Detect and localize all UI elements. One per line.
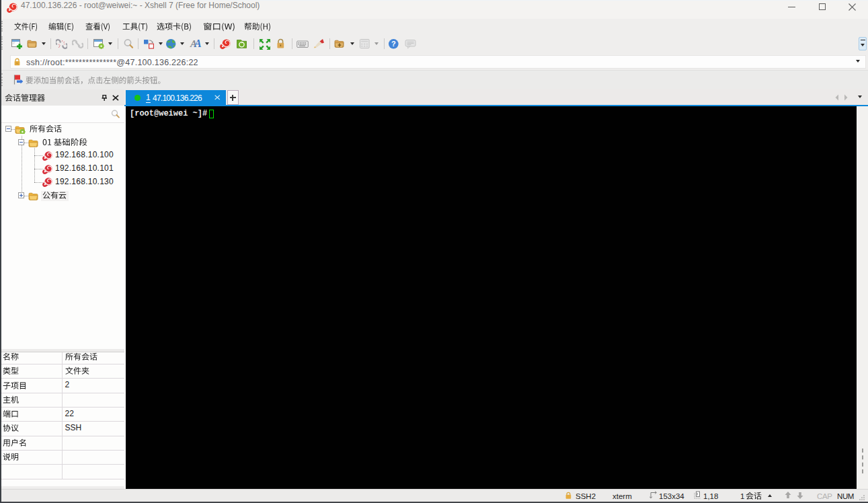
svg-text:?: ? xyxy=(391,40,396,48)
